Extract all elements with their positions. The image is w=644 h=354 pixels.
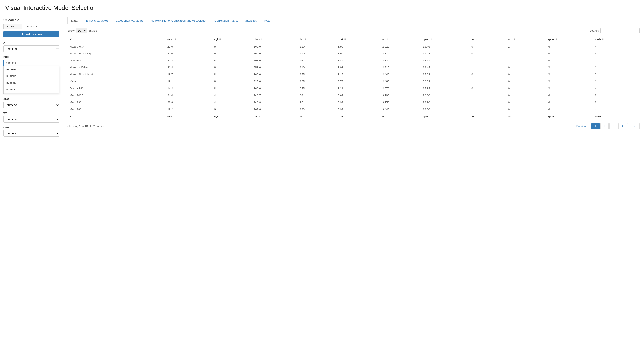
tabs: DataNumeric variablesCategorical variabl… [68, 15, 640, 25]
tab-note[interactable]: Note [260, 17, 274, 25]
table-row: Hornet Sportabout18.78360.01753.153.4401… [68, 71, 640, 78]
cell-4-9: 0 [506, 71, 546, 78]
pagination-page-1[interactable]: 1 [591, 123, 599, 129]
col-header-qsec[interactable]: qsec⇅ [421, 36, 470, 43]
cell-4-6: 3.440 [380, 71, 421, 78]
var-section-wt: wtremovenumericnominalordinal [4, 111, 60, 122]
cell-9-6: 3.440 [380, 106, 421, 113]
sort-icon: ⇅ [513, 38, 515, 41]
col-header-drat[interactable]: drat⇅ [336, 36, 380, 43]
cell-6-5: 3.21 [336, 85, 380, 92]
cell-0-9: 1 [506, 43, 546, 50]
cell-4-3: 360.0 [252, 71, 298, 78]
cell-9-9: 0 [506, 106, 546, 113]
cell-8-9: 0 [506, 99, 546, 106]
search-label: Search: [589, 29, 599, 32]
cell-3-10: 3 [546, 64, 593, 71]
col-header-carb[interactable]: carb⇅ [593, 36, 640, 43]
var-label-mpg: mpg [4, 55, 60, 58]
col-header-cyl[interactable]: cyl⇅ [212, 36, 252, 43]
cell-3-6: 3.215 [380, 64, 421, 71]
cell-8-4: 95 [298, 99, 336, 106]
pagination-page-4[interactable]: 4 [618, 123, 626, 129]
cell-2-9: 1 [506, 57, 546, 64]
col-header-gear[interactable]: gear⇅ [546, 36, 593, 43]
sort-icon: ⇅ [304, 38, 306, 41]
dropdown-option-nominal[interactable]: nominal [4, 79, 59, 86]
upload-complete-button[interactable]: Upload complete [4, 31, 60, 38]
col-header-wt[interactable]: wt⇅ [380, 36, 421, 43]
cell-9-8: 1 [469, 106, 506, 113]
cell-5-3: 225.0 [252, 78, 298, 85]
cell-5-7: 20.22 [421, 78, 470, 85]
var-section-qsec: qsecremovenumericnominalordinal [4, 126, 60, 137]
pagination-next[interactable]: Next [627, 123, 640, 129]
var-select-drat[interactable]: removenumericnominalordinal [4, 102, 60, 108]
col-footer-carb: carb [593, 113, 640, 120]
tab-correlation[interactable]: Correlation matrix [211, 17, 242, 25]
cell-6-7: 15.84 [421, 85, 470, 92]
var-select-qsec[interactable]: removenumericnominalordinal [4, 130, 60, 137]
tab-statistics[interactable]: Statistics [242, 17, 260, 25]
cell-1-4: 110 [298, 50, 336, 57]
cell-4-8: 0 [469, 71, 506, 78]
col-footer-hp: hp [298, 113, 336, 120]
browse-button[interactable]: Browse... [4, 24, 22, 30]
table-row: Duster 36014.38360.02453.213.57015.84003… [68, 85, 640, 92]
tab-categorical[interactable]: Categorical variables [112, 17, 147, 25]
table-row: Mazda RX4 Wag21.06160.01103.902.87517.02… [68, 50, 640, 57]
dropdown-select-mpg[interactable]: numeric▲ [4, 60, 60, 66]
cell-5-1: 18.1 [165, 78, 212, 85]
cell-5-2: 6 [212, 78, 252, 85]
sidebar-variables: Xremovenumericnominalordinalmpgnumeric▲r… [4, 41, 60, 137]
cell-7-9: 0 [506, 92, 546, 99]
data-table: X⇅mpg⇅cyl⇅disp⇅hp⇅drat⇅wt⇅qsec⇅vs⇅am⇅gea… [68, 36, 640, 120]
cell-6-1: 14.3 [165, 85, 212, 92]
table-row: Datsun 71022.84108.0933.852.32018.611141 [68, 57, 640, 64]
tab-numeric[interactable]: Numeric variables [81, 17, 112, 25]
show-entries: Show 10 25 50 100 entries [68, 28, 97, 33]
col-header-disp[interactable]: disp⇅ [252, 36, 298, 43]
dropdown-option-remove[interactable]: remove [4, 66, 59, 73]
entries-select[interactable]: 10 25 50 100 [76, 28, 87, 33]
cell-9-3: 167.6 [252, 106, 298, 113]
var-select-x[interactable]: removenumericnominalordinal [4, 45, 60, 52]
col-header-vs[interactable]: vs⇅ [469, 36, 506, 43]
col-header-am[interactable]: am⇅ [506, 36, 546, 43]
sort-icon: ⇅ [219, 38, 221, 41]
var-label-drat: drat [4, 97, 60, 100]
cell-4-10: 3 [546, 71, 593, 78]
cell-8-10: 4 [546, 99, 593, 106]
cell-3-2: 6 [212, 64, 252, 71]
cell-7-4: 62 [298, 92, 336, 99]
var-select-wt[interactable]: removenumericnominalordinal [4, 116, 60, 122]
search-input[interactable] [600, 28, 640, 33]
col-header-hp[interactable]: hp⇅ [298, 36, 336, 43]
sort-icon: ⇅ [174, 38, 176, 41]
upload-label: Upload file [4, 18, 60, 22]
var-section-drat: dratremovenumericnominalordinal [4, 97, 60, 108]
col-footer-drat: drat [336, 113, 380, 120]
pagination-page-2[interactable]: 2 [600, 123, 608, 129]
cell-2-5: 3.85 [336, 57, 380, 64]
var-section-mpg: mpgnumeric▲removenumericnominalordinal [4, 55, 60, 66]
tab-network[interactable]: Network Plot of Correlation and Associat… [147, 17, 211, 25]
cell-8-5: 3.92 [336, 99, 380, 106]
var-label-qsec: qsec [4, 126, 60, 129]
cell-4-2: 8 [212, 71, 252, 78]
dropdown-wrapper-mpg: numeric▲removenumericnominalordinal [4, 60, 60, 66]
var-label-x: X [4, 41, 60, 44]
col-header-x[interactable]: X⇅ [68, 36, 165, 43]
cell-8-7: 22.90 [421, 99, 470, 106]
cell-6-2: 8 [212, 85, 252, 92]
col-header-mpg[interactable]: mpg⇅ [165, 36, 212, 43]
dropdown-option-numeric[interactable]: numeric [4, 73, 59, 79]
tab-data[interactable]: Data [68, 17, 81, 25]
cell-0-1: 21.0 [165, 43, 212, 50]
col-footer-vs: vs [469, 113, 506, 120]
entries-label: entries [88, 29, 97, 32]
cell-9-4: 123 [298, 106, 336, 113]
pagination-page-3[interactable]: 3 [610, 123, 618, 129]
dropdown-option-ordinal[interactable]: ordinal [4, 86, 59, 93]
pagination-previous[interactable]: Previous [573, 123, 591, 129]
